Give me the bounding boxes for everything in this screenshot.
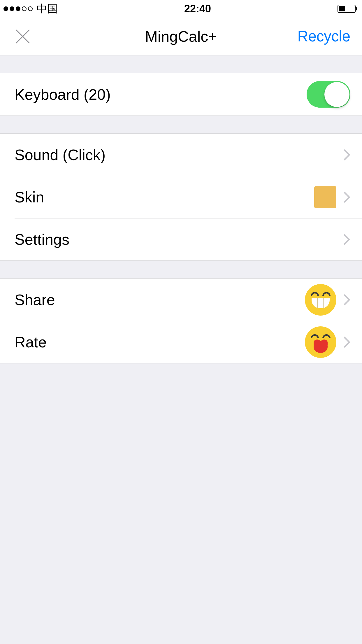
chevron-right-icon: [343, 336, 350, 348]
close-button[interactable]: [15, 28, 31, 45]
grin-emoji-icon: [305, 284, 336, 316]
section-keyboard: Keyboard (20): [0, 73, 362, 116]
section-social: Share Rate: [0, 278, 362, 363]
status-left: 中国: [3, 2, 58, 16]
chevron-right-icon: [343, 149, 350, 161]
row-sound[interactable]: Sound (Click): [0, 134, 362, 176]
status-bar: 中国 22:40: [0, 0, 362, 18]
keyboard-toggle[interactable]: [307, 81, 350, 108]
recycle-button[interactable]: Recycle: [298, 28, 350, 45]
skin-label: Skin: [15, 188, 314, 206]
status-time: 22:40: [184, 3, 211, 15]
chevron-right-icon: [343, 294, 350, 306]
carrier-label: 中国: [37, 2, 58, 16]
settings-label: Settings: [15, 231, 336, 248]
row-rate[interactable]: Rate: [0, 321, 362, 363]
chevron-right-icon: [343, 191, 350, 203]
chevron-right-icon: [343, 234, 350, 245]
skin-color-swatch: [314, 186, 336, 208]
sound-label: Sound (Click): [15, 146, 336, 164]
signal-strength-icon: [3, 6, 33, 11]
row-settings[interactable]: Settings: [0, 218, 362, 260]
page-title: MingCalc+: [145, 28, 217, 45]
row-share[interactable]: Share: [0, 279, 362, 321]
kiss-emoji-icon: [305, 326, 336, 358]
nav-bar: MingCalc+ Recycle: [0, 18, 362, 55]
close-icon: [15, 28, 31, 45]
share-label: Share: [15, 291, 305, 309]
keyboard-label: Keyboard (20): [15, 86, 307, 103]
section-preferences: Sound (Click) Skin Settings: [0, 133, 362, 261]
row-skin[interactable]: Skin: [0, 176, 362, 218]
row-keyboard: Keyboard (20): [0, 73, 362, 116]
rate-label: Rate: [15, 333, 305, 351]
battery-icon: [338, 5, 357, 13]
